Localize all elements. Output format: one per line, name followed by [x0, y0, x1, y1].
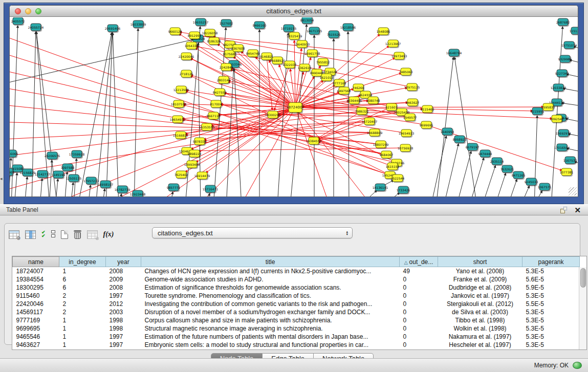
table-cell[interactable]: 9465546 [13, 333, 59, 341]
table-cell[interactable]: 2012 [106, 300, 141, 308]
column-header-short[interactable]: short [438, 257, 522, 267]
table-row[interactable]: 1456911722003Disruption of a novel membe… [13, 308, 580, 316]
table-cell[interactable]: Disruption of a novel member of a sodium… [141, 308, 400, 316]
table-cell[interactable]: Wolkin et al. (1998) [438, 324, 522, 333]
table-cell[interactable]: 5.3E-5 [522, 267, 580, 275]
select-column-icon[interactable] [25, 228, 36, 240]
table-cell[interactable]: 5.6E-5 [522, 275, 580, 283]
graph-node[interactable]: 20691406 [107, 25, 118, 32]
graph-node[interactable]: 19384554 [309, 137, 319, 145]
graph-node[interactable]: 9474444 [480, 150, 491, 158]
graph-node[interactable]: 1151234 [571, 27, 578, 35]
graph-node[interactable]: 8912954 [189, 32, 200, 39]
graph-node[interactable]: 8186328 [209, 37, 220, 45]
table-settings-icon[interactable]: ⚙ [9, 228, 19, 240]
delete-table-icon[interactable] [74, 228, 81, 240]
table-cell[interactable]: 5.3E-5 [522, 324, 580, 333]
table-cell[interactable]: 9463627 [13, 341, 59, 349]
graph-node[interactable]: 2718126 [181, 70, 192, 78]
graph-node[interactable]: 1080748 [368, 97, 379, 104]
table-cell[interactable]: Tibbo et al. (1998) [438, 316, 522, 324]
table-cell[interactable]: 5.3E-5 [522, 292, 580, 300]
close-window-button[interactable] [15, 8, 21, 14]
graph-node[interactable]: 7485063 [401, 68, 411, 76]
graph-node[interactable]: 9660128 [170, 28, 181, 35]
graph-node[interactable]: 1733426 [398, 186, 409, 194]
graph-node[interactable]: 7986322 [357, 107, 367, 115]
graph-node[interactable]: 1595833 [543, 103, 554, 111]
table-cell[interactable]: Genome-wide association studies in ADHD. [141, 275, 400, 283]
graph-node[interactable]: 22420046 [181, 53, 192, 60]
graph-node[interactable]: 10688809 [369, 129, 380, 137]
table-cell[interactable]: Dudbridge et al. (2008) [438, 283, 522, 292]
table-cell[interactable]: 5.3E-5 [522, 341, 580, 349]
graph-node[interactable]: 7632621 [502, 165, 513, 173]
graph-node[interactable]: 16033809 [133, 20, 144, 28]
graph-node[interactable]: 10719155 [284, 25, 294, 32]
minimize-window-button[interactable] [25, 8, 31, 14]
column-header-in_degree[interactable]: in_degree [59, 257, 106, 267]
table-cell[interactable]: 0 [400, 275, 438, 283]
graph-node[interactable]: 7955812 [318, 58, 329, 66]
graph-node[interactable]: 3315901 [10, 168, 13, 176]
graph-node[interactable]: 17016504 [557, 144, 568, 151]
graph-node[interactable]: 8454749 [248, 50, 258, 57]
table-cell[interactable]: 9699695 [13, 324, 59, 333]
graph-node[interactable]: 15640910 [297, 40, 308, 48]
column-header-name[interactable]: name [13, 257, 59, 267]
table-cell[interactable]: 0 [400, 292, 438, 300]
graph-node[interactable]: 3097588 [62, 164, 73, 171]
graph-node[interactable]: 10993489 [187, 161, 198, 168]
table-cell[interactable]: 0 [400, 308, 438, 316]
collapse-panel-arrow-icon[interactable]: ◂ [0, 176, 3, 181]
table-cell[interactable]: 6 [59, 283, 106, 292]
graph-node[interactable]: 18300295 [268, 111, 278, 119]
table-row[interactable]: 946554611997Estimation of the future num… [13, 333, 580, 341]
graph-node[interactable]: 12213589 [176, 86, 187, 94]
table-row[interactable]: 1830029562008Estimation of significance … [13, 283, 580, 292]
table-cell[interactable]: Jankovic et al. (1997) [438, 292, 522, 300]
graph-node[interactable]: 12033823 [553, 84, 564, 92]
graph-node[interactable]: 2687682 [558, 18, 569, 26]
graph-node[interactable]: 10756928 [400, 144, 411, 152]
scrollbar-thumb[interactable] [580, 268, 586, 288]
graph-node[interactable]: 9857771 [168, 184, 179, 191]
graph-node[interactable]: 9115460 [422, 105, 433, 113]
table-selector-dropdown[interactable]: citations_edges.txt ▴▾ [152, 227, 353, 238]
graph-node[interactable]: 18807299 [376, 141, 386, 148]
window-titlebar[interactable]: citations_edges.txt [10, 6, 578, 17]
graph-node[interactable]: 1527602 [221, 19, 232, 27]
graph-node[interactable]: 13142737 [37, 170, 48, 178]
graph-node[interactable]: 2522544 [393, 174, 403, 182]
table-cell[interactable]: Changes of HCN gene expression and I(f) … [141, 267, 400, 275]
table-cell[interactable]: 1 [59, 267, 106, 275]
table-cell[interactable]: 5.3E-5 [522, 316, 580, 324]
table-cell[interactable]: 2003 [106, 308, 141, 316]
column-header-pagerank[interactable]: pagerank [522, 257, 580, 267]
graph-node[interactable]: 9329986 [560, 55, 571, 63]
table-cell[interactable]: 18724007 [13, 267, 59, 275]
graph-node[interactable]: 12156829 [23, 169, 33, 177]
table-cell[interactable]: Stergiakouli et al. (2012) [438, 300, 522, 308]
graph-node[interactable]: 17359928 [72, 150, 82, 158]
graph-node[interactable]: 1621012 [321, 74, 332, 81]
table-cell[interactable]: 0 [400, 341, 438, 349]
graph-node[interactable]: 1549577 [405, 114, 416, 121]
graph-node[interactable]: 12923468 [133, 190, 143, 197]
graph-node[interactable]: 1548086 [378, 28, 389, 35]
table-cell[interactable]: Tourette syndrome. Phenomenology and cla… [141, 292, 400, 300]
table-row[interactable]: 969969511998Structural magnetic resonanc… [13, 324, 580, 333]
graph-node[interactable]: 20206576 [47, 152, 58, 160]
graph-node[interactable]: 2935114 [492, 158, 503, 165]
table-row[interactable]: 1872400712008Changes of HCN gene express… [13, 267, 580, 275]
table-cell[interactable]: Yano et al. (2008) [438, 267, 522, 275]
table-cell[interactable]: 5.9E-5 [522, 283, 580, 292]
graph-node[interactable]: 16961758 [307, 50, 318, 57]
graph-node[interactable]: 8466160 [254, 21, 265, 29]
column-header-out_de[interactable]: △out_de... [400, 257, 438, 267]
graph-node[interactable]: 12213967 [388, 40, 399, 48]
graph-node[interactable]: 10973493 [394, 52, 405, 60]
graph-node[interactable]: 19218596 [343, 24, 354, 31]
graph-node[interactable]: 15716471 [205, 185, 216, 193]
graph-node[interactable]: 1640954 [442, 128, 453, 136]
